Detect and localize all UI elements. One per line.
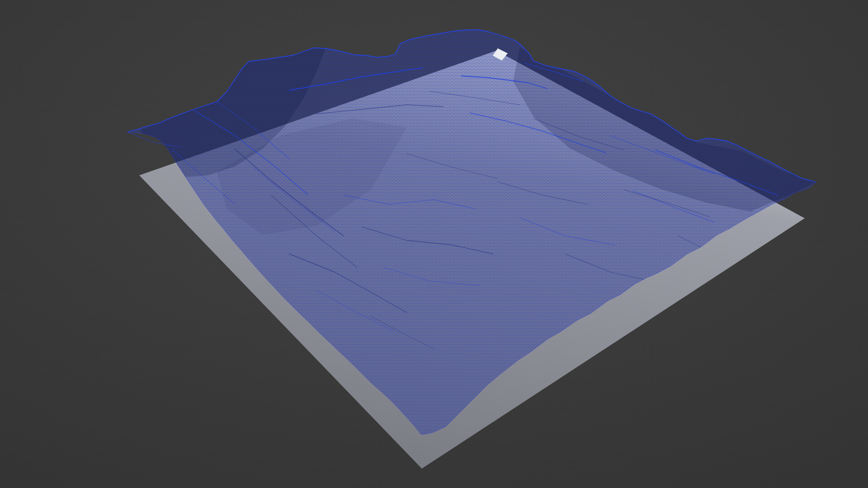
render-viewport <box>0 0 868 488</box>
terrain-scene <box>0 0 868 488</box>
terrain-render-svg <box>0 0 868 488</box>
